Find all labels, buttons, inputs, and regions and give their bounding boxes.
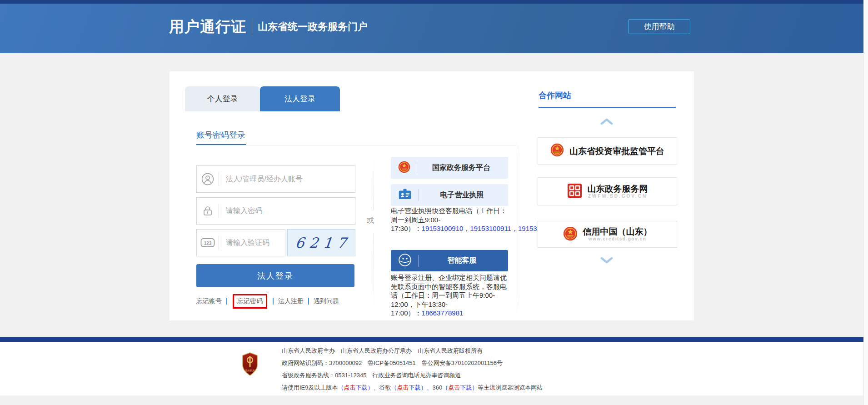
- page: 用户通行证 山东省统一政务服务门户 使用帮助 个人登录 法人登录 账号密码登录: [0, 0, 868, 405]
- note-line: 先联系页面中的智能客服系统，客服电: [391, 282, 542, 291]
- e-license-note: 电子营业执照快登客服电话（工作日： 周一到周五9:00- 17:30）：1915…: [391, 206, 542, 233]
- password-input[interactable]: [219, 207, 355, 215]
- note-line: 账号登录注册、企业绑定相关问题请优: [391, 273, 542, 282]
- download-link-ie[interactable]: 下载）: [356, 384, 374, 391]
- national-emblem-icon: [550, 143, 564, 159]
- note-prefix: 17:00）：: [391, 309, 422, 317]
- download-link-360[interactable]: 下载）: [460, 384, 478, 391]
- e-license-label: 电子营业执照: [419, 190, 508, 200]
- password-field: [196, 197, 355, 225]
- partner-site-url: ZWFW.SD.GOV.CN: [588, 194, 648, 199]
- paren: （: [338, 384, 344, 391]
- e-license-card-icon: [398, 188, 412, 202]
- login-card: 个人登录 法人登录 账号密码登录 123 6217: [170, 71, 694, 320]
- note-line: 12:00，下午13:30-: [391, 300, 542, 309]
- captcha-field: 123: [196, 229, 285, 256]
- svg-text:党政机关: 党政机关: [245, 369, 255, 372]
- download-link-chrome[interactable]: 点击: [397, 384, 409, 391]
- captcha-input[interactable]: [219, 239, 285, 247]
- partner-site-name: 山东政务服务网: [588, 184, 648, 194]
- chevron-up-icon[interactable]: [600, 118, 614, 127]
- partners-underline: [539, 107, 676, 108]
- link-separator: [226, 298, 227, 305]
- partner-site-name: 山东省投资审批监管平台: [569, 146, 664, 156]
- national-emblem-icon: [398, 161, 410, 175]
- or-divider-top: [374, 157, 374, 210]
- smart-service-label: 智能客服: [419, 256, 508, 265]
- partner-site-url: www.creditsd.gov.cn: [589, 236, 646, 242]
- legal-login-button[interactable]: 法人登录: [196, 264, 354, 287]
- captcha-image[interactable]: 6217: [287, 229, 355, 256]
- footer-line-3: 省级政务服务热线：0531-12345 行政业务咨询电话见办事咨询频道: [282, 369, 543, 381]
- footer-text-segment: 请使用IE9及以上版本: [282, 384, 338, 391]
- note-prefix: 17:30）：: [391, 225, 422, 232]
- footer-text-segment: 、谷歌: [374, 384, 391, 391]
- footer-text-segment: 、360: [427, 384, 443, 391]
- smart-service-button[interactable]: 智能客服: [391, 250, 508, 271]
- problems-link[interactable]: 遇到问题: [314, 297, 339, 305]
- paren: （: [391, 384, 397, 391]
- footer-text-segment: 等主流浏览器浏览本网站: [478, 384, 543, 391]
- forgot-account-link[interactable]: 忘记账号: [196, 297, 222, 305]
- footer-line-1: 山东省人民政府主办 山东省人民政府办公厅承办 山东省人民政府版权所有: [282, 345, 543, 357]
- national-platform-button[interactable]: 国家政务服务平台: [391, 157, 508, 179]
- footer: 党政机关 山东省人民政府主办 山东省人民政府办公厅承办 山东省人民政府版权所有 …: [0, 342, 863, 395]
- partner-site-investment-platform[interactable]: 山东省投资审批监管平台: [538, 137, 677, 165]
- captcha-123-icon: 123: [197, 237, 219, 248]
- national-platform-label: 国家政务服务平台: [417, 163, 508, 173]
- link-separator: [273, 298, 274, 305]
- help-button[interactable]: 使用帮助: [628, 19, 690, 34]
- section-title-password-login: 账号密码登录: [196, 130, 245, 140]
- note-line: 电子营业执照快登客服电话（工作日：: [391, 206, 542, 215]
- svg-text:123: 123: [204, 241, 212, 246]
- tab-legal-login[interactable]: 法人登录: [260, 86, 340, 111]
- e-license-phone-links[interactable]: 19153100910，19153100911，19153100: [422, 225, 542, 232]
- forgot-password-highlight-box: 忘记密码: [233, 294, 267, 309]
- red-seal-icon: [567, 183, 582, 200]
- footer-line-4: 请使用IE9及以上版本（点击下载）、谷歌（点击下载）、360（点击下载）等主流浏…: [282, 381, 543, 394]
- paren: （: [442, 384, 448, 391]
- download-link-ie[interactable]: 点击: [344, 384, 356, 391]
- note-line: 17:00）：18663778981: [391, 309, 542, 318]
- note-line: 周一到周五9:00-: [391, 215, 542, 225]
- download-link-360[interactable]: 点击: [448, 384, 460, 391]
- download-link-chrome[interactable]: 下载）: [409, 384, 427, 391]
- captcha-code: 6217: [291, 235, 352, 251]
- page-subtitle: 山东省统一政务服务门户: [258, 20, 368, 34]
- or-divider-bottom: [374, 233, 374, 314]
- robot-face-icon: [398, 253, 412, 269]
- top-accent-bar: [0, 0, 863, 4]
- smart-service-note: 账号登录注册、企业绑定相关问题请优 先联系页面中的智能客服系统，客服电 话（工作…: [391, 273, 542, 318]
- partners-title: 合作网站: [539, 90, 571, 101]
- lock-icon: [197, 205, 219, 217]
- tab-personal-login[interactable]: 个人登录: [185, 86, 260, 111]
- footer-accent-bar: [0, 337, 863, 342]
- note-line: 17:30）：19153100910，19153100911，19153100: [391, 224, 542, 233]
- e-license-button[interactable]: 电子营业执照: [391, 184, 508, 206]
- account-field: [196, 165, 355, 193]
- legal-register-link[interactable]: 法人注册: [278, 297, 304, 305]
- footer-text: 山东省人民政府主办 山东省人民政府办公厅承办 山东省人民政府版权所有 政府网站识…: [282, 345, 543, 394]
- link-separator: [308, 298, 309, 305]
- brand: 用户通行证 山东省统一政务服务门户: [169, 4, 368, 50]
- account-input[interactable]: [219, 175, 355, 183]
- page-title: 用户通行证: [169, 17, 246, 37]
- smart-service-phone-link[interactable]: 18663778981: [422, 309, 464, 317]
- chevron-down-icon[interactable]: [600, 257, 614, 266]
- national-emblem-icon: [563, 226, 578, 243]
- partner-site-credit-china[interactable]: 信用中国（山东） www.creditsd.gov.cn: [538, 221, 677, 248]
- scrollbar[interactable]: [863, 0, 868, 405]
- forgot-password-link[interactable]: 忘记密码: [237, 297, 263, 305]
- note-line: 话（工作日：周一到周五上午9:00-: [391, 291, 542, 300]
- login-links-row: 忘记账号 忘记密码 法人注册 遇到问题: [196, 294, 339, 309]
- user-icon: [197, 173, 219, 185]
- or-label: 或: [367, 216, 374, 225]
- government-shield-badge: 党政机关: [242, 352, 258, 378]
- partner-site-zwfw[interactable]: 山东政务服务网 ZWFW.SD.GOV.CN: [538, 177, 677, 205]
- partner-site-name: 信用中国（山东）: [583, 227, 652, 236]
- footer-line-2: 政府网站识别码：3700000092 鲁ICP备05051451 鲁公网安备37…: [282, 357, 543, 369]
- brand-divider: [252, 18, 252, 35]
- header: 用户通行证 山东省统一政务服务门户 使用帮助: [0, 4, 863, 53]
- section-divider-line: [196, 145, 516, 145]
